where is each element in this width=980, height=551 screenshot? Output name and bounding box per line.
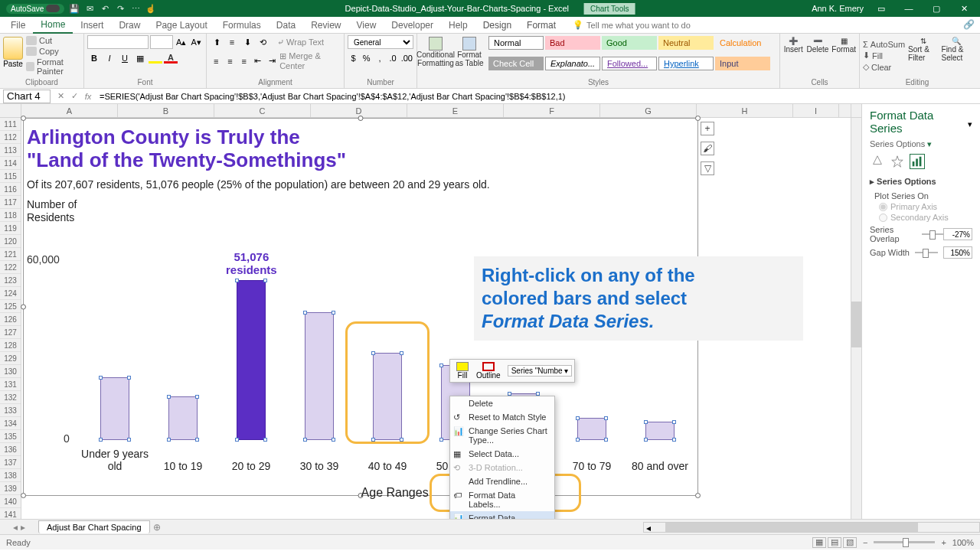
- chart-elements-button[interactable]: +: [701, 122, 714, 135]
- chart-object[interactable]: + 🖌 ▽ Arlington County is Truly the "Lan…: [23, 118, 698, 496]
- chart-bar[interactable]: [168, 396, 198, 440]
- effects-tab-icon[interactable]: [890, 154, 905, 169]
- email-icon[interactable]: ✉: [84, 3, 95, 14]
- increase-font-icon[interactable]: A▴: [175, 35, 188, 49]
- format-painter-button[interactable]: Format Painter: [26, 57, 80, 77]
- resize-handle[interactable]: [21, 305, 26, 310]
- minimize-icon[interactable]: —: [899, 0, 919, 17]
- resize-handle[interactable]: [21, 116, 26, 121]
- formula-input[interactable]: =SERIES('Adjust Bar Chart Spacing'!$B$3,…: [95, 92, 980, 101]
- tab-home[interactable]: Home: [33, 17, 73, 34]
- gap-width-input[interactable]: [943, 246, 972, 259]
- fill-line-tab-icon[interactable]: [870, 154, 885, 169]
- row-header[interactable]: 131: [0, 378, 21, 391]
- indent-dec-icon[interactable]: ⇤: [252, 54, 264, 68]
- chart-bar[interactable]: [305, 312, 334, 440]
- style-check-cell[interactable]: Check Cell: [488, 57, 544, 70]
- font-color-button[interactable]: A: [164, 53, 178, 64]
- enter-formula-icon[interactable]: ✓: [67, 91, 81, 101]
- resize-handle[interactable]: [695, 493, 701, 498]
- chart-title[interactable]: Arlington County is Truly the "Land of t…: [24, 119, 697, 175]
- chart-bar[interactable]: [237, 280, 266, 440]
- align-center-icon[interactable]: ≡: [224, 54, 236, 68]
- horizontal-scrollbar[interactable]: ◂: [643, 522, 980, 533]
- undo-icon[interactable]: ↶: [100, 3, 110, 14]
- zoom-level[interactable]: 100%: [952, 538, 974, 547]
- sheet-tab[interactable]: Adjust Bar Chart Spacing: [38, 520, 150, 533]
- style-hyperlink[interactable]: Hyperlink: [658, 57, 714, 70]
- row-header[interactable]: 130: [0, 365, 21, 378]
- normal-view-icon[interactable]: ▦: [812, 537, 826, 548]
- worksheet-grid[interactable]: A B C D E F G H I 1111121131141151161171…: [0, 104, 851, 519]
- redo-icon[interactable]: ↷: [115, 3, 126, 14]
- decrease-font-icon[interactable]: A▾: [190, 35, 204, 49]
- x-axis-title[interactable]: Age Ranges: [361, 486, 429, 500]
- ctx-reset[interactable]: ↺Reset to Match Style: [450, 410, 554, 424]
- series-overlap-input[interactable]: [943, 228, 972, 240]
- series-overlap-slider[interactable]: [922, 233, 943, 235]
- align-right-icon[interactable]: ≡: [237, 54, 250, 68]
- chart-bar[interactable]: [100, 377, 129, 440]
- tab-formulas[interactable]: Formulas: [215, 17, 269, 34]
- style-followed[interactable]: Followed...: [602, 57, 657, 70]
- tab-data[interactable]: Data: [269, 17, 303, 34]
- chart-filters-button[interactable]: ▽: [701, 161, 714, 175]
- chart-bar[interactable]: [373, 353, 402, 440]
- cut-button[interactable]: Cut: [26, 35, 80, 46]
- delete-cells-button[interactable]: ➖Delete: [806, 35, 828, 77]
- col-header[interactable]: A: [21, 104, 118, 117]
- style-input[interactable]: Input: [715, 57, 770, 70]
- ctx-change-type[interactable]: 📊Change Series Chart Type...: [450, 424, 554, 447]
- row-header[interactable]: 132: [0, 391, 21, 404]
- italic-button[interactable]: I: [103, 51, 116, 65]
- mini-toolbar[interactable]: Fill Outline Series "Numbe ▾: [449, 359, 575, 383]
- row-header[interactable]: 118: [0, 209, 21, 222]
- resize-handle[interactable]: [358, 116, 364, 121]
- row-header[interactable]: 116: [0, 183, 21, 196]
- row-header[interactable]: 119: [0, 222, 21, 235]
- tab-view[interactable]: View: [349, 17, 384, 34]
- tell-me[interactable]: 💡: [573, 20, 740, 30]
- autosum-button[interactable]: Σ AutoSum: [863, 39, 905, 50]
- close-icon[interactable]: ✕: [954, 0, 974, 17]
- fill-color-button[interactable]: [149, 53, 162, 64]
- currency-icon[interactable]: $: [348, 51, 359, 65]
- col-header[interactable]: I: [793, 104, 839, 117]
- style-calculation[interactable]: Calculation: [715, 36, 770, 50]
- paste-button[interactable]: Paste: [3, 35, 23, 77]
- chart-styles-button[interactable]: 🖌: [701, 142, 714, 155]
- insert-cells-button[interactable]: ➕Insert: [783, 35, 803, 77]
- style-explanatory[interactable]: Explanato...: [545, 57, 600, 70]
- row-header[interactable]: 135: [0, 430, 21, 443]
- autosave-toggle[interactable]: AutoSave: [6, 4, 64, 14]
- select-all-corner[interactable]: [0, 104, 21, 117]
- series-options-dropdown-icon[interactable]: ▾: [927, 139, 932, 148]
- row-header[interactable]: 127: [0, 326, 21, 339]
- y-axis-title[interactable]: Number ofResidents: [24, 198, 697, 224]
- style-good[interactable]: Good: [602, 36, 657, 50]
- tab-design[interactable]: Design: [475, 17, 519, 34]
- add-sheet-button[interactable]: ⊕: [150, 522, 164, 533]
- zoom-out-icon[interactable]: −: [863, 538, 867, 547]
- touch-icon[interactable]: ☝: [145, 3, 156, 14]
- row-header[interactable]: 112: [0, 131, 21, 144]
- col-header[interactable]: B: [118, 104, 214, 117]
- row-header[interactable]: 121: [0, 248, 21, 261]
- row-header[interactable]: 140: [0, 495, 21, 508]
- sort-filter-button[interactable]: ⇅Sort & Filter: [908, 35, 938, 77]
- find-select-button[interactable]: 🔍Find & Select: [942, 35, 972, 77]
- align-top-icon[interactable]: ⬆: [210, 35, 224, 49]
- chart-bar[interactable]: [577, 418, 606, 440]
- ctx-format-labels[interactable]: 🏷Format Data Labels...: [450, 488, 554, 511]
- comma-icon[interactable]: ,: [374, 51, 385, 65]
- number-format-select[interactable]: General: [348, 35, 413, 49]
- save-icon[interactable]: 💾: [69, 3, 80, 14]
- share-icon[interactable]: 🔗: [963, 19, 975, 31]
- tab-developer[interactable]: Developer: [384, 17, 441, 34]
- user-name[interactable]: Ann K. Emery: [812, 4, 864, 13]
- maximize-icon[interactable]: ▢: [926, 0, 946, 17]
- row-header[interactable]: 124: [0, 287, 21, 300]
- cancel-formula-icon[interactable]: ✕: [54, 91, 67, 101]
- ctx-delete[interactable]: Delete: [450, 396, 554, 410]
- tell-me-input[interactable]: [586, 21, 740, 30]
